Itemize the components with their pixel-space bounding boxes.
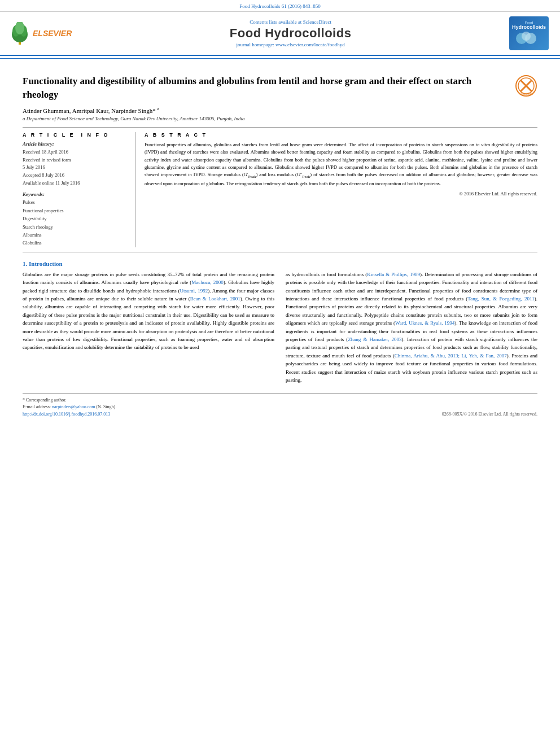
keyword-1: Pulses: [23, 198, 126, 206]
doi-link[interactable]: http://dx.doi.org/10.1016/j.foodhyd.2016…: [23, 412, 110, 417]
email-line: E-mail address: narpinders@yahoo.com (N.…: [23, 404, 537, 410]
received-date: Received 18 April 2016: [23, 148, 126, 156]
cite-chinma[interactable]: Chinma, Ariahu, & Abu, 2013; Li, Yeh, & …: [395, 353, 507, 359]
keyword-6: Globulins: [23, 239, 126, 247]
footer-bottom: http://dx.doi.org/10.1016/j.foodhyd.2016…: [23, 412, 537, 417]
authors-line: Atinder Ghumman, Amritpal Kaur, Narpinde…: [23, 106, 537, 114]
body-right-column: as hydrocolloids in food formulations (K…: [286, 270, 537, 384]
article-info-abstract-section: A R T I C L E I N F O Article history: R…: [23, 127, 537, 252]
email-label: E-mail address:: [23, 404, 51, 409]
cite-machuca[interactable]: Machuca, 2000: [191, 279, 223, 285]
crossmark-logo[interactable]: CrossMark: [515, 75, 537, 97]
journal-header: ELSEVIER Contents lists available at Sci…: [0, 12, 560, 56]
body-two-column: Globulins are the major storage proteins…: [23, 270, 537, 384]
accepted-date: Accepted 8 July 2016: [23, 172, 126, 180]
cite-ward[interactable]: Ward, Uknes, & Ryals, 1994: [395, 320, 454, 326]
keyword-4: Starch rheology: [23, 223, 126, 231]
copyright-line: © 2016 Elsevier Ltd. All rights reserved…: [145, 191, 537, 196]
authors-text: Atinder Ghumman, Amritpal Kaur, Narpinde…: [23, 107, 156, 113]
corresponding-author-label: * Corresponding author.: [23, 397, 537, 404]
article-dates: Received 18 April 2016 Received in revis…: [23, 148, 126, 187]
elsevier-text: ELSEVIER: [33, 29, 72, 38]
homepage-link[interactable]: www.elsevier.com/locate/foodhyd: [275, 42, 345, 47]
cite-zhang[interactable]: Zhang & Hamaker, 2003: [348, 337, 401, 342]
corresponding-author-note: * Corresponding author. E-mail address: …: [23, 397, 537, 410]
elsevier-tree-icon: [11, 22, 28, 45]
article-title-section: Functionality and digestibility of album…: [23, 75, 537, 102]
journal-center-info: Contents lists available at ScienceDirec…: [72, 19, 509, 47]
journal-citation-bar: Food Hydrocolloids 61 (2016) 843–850: [0, 0, 560, 12]
svg-point-8: [522, 32, 531, 41]
elsevier-branding: ELSEVIER: [11, 22, 72, 45]
keywords-label: Keywords:: [23, 191, 126, 197]
journal-title: Food Hydrocolloids: [72, 26, 509, 41]
available-online-date: Available online 11 July 2016: [23, 180, 126, 187]
affiliation-line: a Department of Food Science and Technol…: [23, 116, 537, 121]
cite-kinsella[interactable]: Kinsella & Phillips, 1989: [367, 272, 420, 277]
cite-utsumi[interactable]: Utsumi, 1992: [180, 288, 208, 294]
body-right-text: as hydrocolloids in food formulations (K…: [286, 270, 537, 384]
paper-content: Functionality and digestibility of album…: [0, 61, 560, 428]
revised-date: 5 July 2016: [23, 164, 126, 172]
article-info-column: A R T I C L E I N F O Article history: R…: [23, 132, 135, 247]
article-title: Functionality and digestibility of album…: [23, 75, 504, 102]
received-revised-label: Received in revised form: [23, 156, 126, 164]
cite-tang[interactable]: Tang, Sun, & Foegeding, 2011: [467, 296, 534, 302]
introduction-heading: 1. Introduction: [23, 260, 537, 267]
body-left-column: Globulins are the major storage proteins…: [23, 270, 274, 384]
article-history-label: Article history:: [23, 141, 126, 147]
affiliation-marker: a: [157, 106, 159, 111]
journal-citation: Food Hydrocolloids 61 (2016) 843–850: [239, 3, 321, 9]
header-divider: [0, 58, 560, 59]
journal-logo-right: Food Hydrocolloids: [509, 16, 549, 50]
email-address[interactable]: narpinders@yahoo.com: [52, 404, 95, 409]
footer-section: * Corresponding author. E-mail address: …: [23, 393, 537, 419]
email-suffix: (N. Singh).: [96, 404, 116, 409]
journal-homepage-line: journal homepage: www.elsevier.com/locat…: [72, 42, 509, 47]
keywords-list: Pulses Functional properties Digestibili…: [23, 198, 126, 247]
body-left-text: Globulins are the major storage proteins…: [23, 270, 274, 352]
sciencedirect-link-text[interactable]: ScienceDirect: [303, 19, 331, 25]
logo-main-text: Hydrocolloids: [512, 24, 546, 30]
abstract-heading: A B S T R A C T: [145, 132, 537, 138]
abstract-text: Functional properties of albumins, globu…: [145, 141, 537, 187]
page: Food Hydrocolloids 61 (2016) 843–850 ELS…: [0, 0, 560, 747]
keyword-3: Digestibility: [23, 215, 126, 222]
issn-copyright: 0268-005X/© 2016 Elsevier Ltd. All right…: [442, 412, 537, 417]
cite-bean[interactable]: Bean & Lookhart, 2001: [190, 296, 240, 302]
keyword-5: Albumins: [23, 231, 126, 239]
svg-text:CrossMark: CrossMark: [519, 92, 533, 95]
abstract-column: A B S T R A C T Functional properties of…: [135, 132, 537, 247]
article-info-heading: A R T I C L E I N F O: [23, 132, 126, 138]
keyword-2: Functional properties: [23, 207, 126, 215]
sciencedirect-line: Contents lists available at ScienceDirec…: [72, 19, 509, 25]
